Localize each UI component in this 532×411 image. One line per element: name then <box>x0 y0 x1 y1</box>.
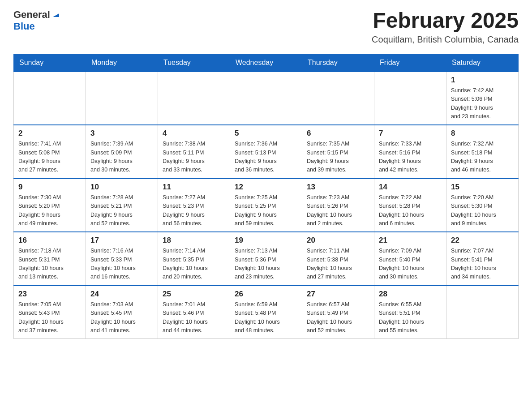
day-info: Sunrise: 7:07 AM Sunset: 5:41 PM Dayligh… <box>451 247 514 282</box>
calendar-cell: 18Sunrise: 7:14 AM Sunset: 5:35 PM Dayli… <box>158 232 230 286</box>
day-number: 4 <box>163 129 225 138</box>
day-info: Sunrise: 7:20 AM Sunset: 5:30 PM Dayligh… <box>451 193 514 228</box>
svg-marker-0 <box>53 13 59 17</box>
day-number: 15 <box>451 183 514 192</box>
day-info: Sunrise: 7:14 AM Sunset: 5:35 PM Dayligh… <box>163 247 225 282</box>
calendar-cell: 17Sunrise: 7:16 AM Sunset: 5:33 PM Dayli… <box>86 232 158 286</box>
day-number: 3 <box>90 129 153 138</box>
calendar-week-2: 2Sunrise: 7:41 AM Sunset: 5:08 PM Daylig… <box>14 125 519 179</box>
day-number: 26 <box>235 290 297 299</box>
day-number: 20 <box>307 236 369 245</box>
calendar-cell <box>86 72 158 125</box>
day-number: 18 <box>163 236 225 245</box>
calendar-table: SundayMondayTuesdayWednesdayThursdayFrid… <box>13 54 519 339</box>
title-block: February 2025 Coquitlam, British Columbi… <box>372 9 519 45</box>
weekday-header-thursday: Thursday <box>302 54 374 72</box>
day-number: 22 <box>451 236 514 245</box>
day-number: 21 <box>379 236 442 245</box>
day-info: Sunrise: 7:03 AM Sunset: 5:45 PM Dayligh… <box>90 300 153 335</box>
day-info: Sunrise: 7:41 AM Sunset: 5:08 PM Dayligh… <box>18 140 81 175</box>
calendar-cell <box>230 72 302 125</box>
day-info: Sunrise: 7:13 AM Sunset: 5:36 PM Dayligh… <box>235 247 297 282</box>
day-number: 24 <box>90 290 153 299</box>
day-number: 8 <box>451 129 514 138</box>
weekday-header-wednesday: Wednesday <box>230 54 302 72</box>
calendar-cell: 27Sunrise: 6:57 AM Sunset: 5:49 PM Dayli… <box>302 286 374 339</box>
day-info: Sunrise: 6:57 AM Sunset: 5:49 PM Dayligh… <box>307 300 369 335</box>
day-info: Sunrise: 7:42 AM Sunset: 5:06 PM Dayligh… <box>451 86 514 121</box>
weekday-header-monday: Monday <box>86 54 158 72</box>
calendar-week-4: 16Sunrise: 7:18 AM Sunset: 5:31 PM Dayli… <box>14 232 519 286</box>
day-info: Sunrise: 7:39 AM Sunset: 5:09 PM Dayligh… <box>90 140 153 175</box>
calendar-cell: 21Sunrise: 7:09 AM Sunset: 5:40 PM Dayli… <box>374 232 446 286</box>
day-number: 5 <box>235 129 297 138</box>
day-number: 19 <box>235 236 297 245</box>
day-info: Sunrise: 7:36 AM Sunset: 5:13 PM Dayligh… <box>235 140 297 175</box>
day-info: Sunrise: 7:11 AM Sunset: 5:38 PM Dayligh… <box>307 247 369 282</box>
calendar-cell: 11Sunrise: 7:27 AM Sunset: 5:23 PM Dayli… <box>158 179 230 232</box>
calendar-cell: 12Sunrise: 7:25 AM Sunset: 5:25 PM Dayli… <box>230 179 302 232</box>
logo-triangle-icon <box>51 9 61 19</box>
logo: General Blue <box>13 9 61 32</box>
calendar-cell <box>158 72 230 125</box>
calendar-week-1: 1Sunrise: 7:42 AM Sunset: 5:06 PM Daylig… <box>14 72 519 125</box>
day-info: Sunrise: 7:30 AM Sunset: 5:20 PM Dayligh… <box>18 193 81 228</box>
calendar-cell: 7Sunrise: 7:33 AM Sunset: 5:16 PM Daylig… <box>374 125 446 179</box>
calendar-cell <box>302 72 374 125</box>
calendar-cell: 3Sunrise: 7:39 AM Sunset: 5:09 PM Daylig… <box>86 125 158 179</box>
month-title: February 2025 <box>372 9 519 33</box>
day-info: Sunrise: 7:32 AM Sunset: 5:18 PM Dayligh… <box>451 140 514 175</box>
day-info: Sunrise: 7:35 AM Sunset: 5:15 PM Dayligh… <box>307 140 369 175</box>
calendar-cell <box>446 286 519 339</box>
calendar-week-5: 23Sunrise: 7:05 AM Sunset: 5:43 PM Dayli… <box>14 286 519 339</box>
day-info: Sunrise: 7:33 AM Sunset: 5:16 PM Dayligh… <box>379 140 442 175</box>
day-info: Sunrise: 7:23 AM Sunset: 5:26 PM Dayligh… <box>307 193 369 228</box>
weekday-header-saturday: Saturday <box>446 54 519 72</box>
day-number: 2 <box>18 129 81 138</box>
day-info: Sunrise: 7:22 AM Sunset: 5:28 PM Dayligh… <box>379 193 442 228</box>
weekday-header-row: SundayMondayTuesdayWednesdayThursdayFrid… <box>14 54 519 72</box>
calendar-cell: 13Sunrise: 7:23 AM Sunset: 5:26 PM Dayli… <box>302 179 374 232</box>
calendar-cell: 20Sunrise: 7:11 AM Sunset: 5:38 PM Dayli… <box>302 232 374 286</box>
day-number: 27 <box>307 290 369 299</box>
calendar-cell: 5Sunrise: 7:36 AM Sunset: 5:13 PM Daylig… <box>230 125 302 179</box>
day-number: 12 <box>235 183 297 192</box>
page-header: General Blue February 2025 Coquitlam, Br… <box>13 9 519 45</box>
calendar-week-3: 9Sunrise: 7:30 AM Sunset: 5:20 PM Daylig… <box>14 179 519 232</box>
day-number: 23 <box>18 290 81 299</box>
day-info: Sunrise: 7:18 AM Sunset: 5:31 PM Dayligh… <box>18 247 81 282</box>
day-number: 6 <box>307 129 369 138</box>
calendar-cell: 19Sunrise: 7:13 AM Sunset: 5:36 PM Dayli… <box>230 232 302 286</box>
day-info: Sunrise: 7:16 AM Sunset: 5:33 PM Dayligh… <box>90 247 153 282</box>
day-info: Sunrise: 6:59 AM Sunset: 5:48 PM Dayligh… <box>235 300 297 335</box>
day-number: 1 <box>451 76 514 85</box>
calendar-cell: 6Sunrise: 7:35 AM Sunset: 5:15 PM Daylig… <box>302 125 374 179</box>
day-info: Sunrise: 7:28 AM Sunset: 5:21 PM Dayligh… <box>90 193 153 228</box>
calendar-cell: 14Sunrise: 7:22 AM Sunset: 5:28 PM Dayli… <box>374 179 446 232</box>
day-number: 9 <box>18 183 81 192</box>
calendar-cell <box>374 72 446 125</box>
calendar-cell: 28Sunrise: 6:55 AM Sunset: 5:51 PM Dayli… <box>374 286 446 339</box>
calendar-cell: 25Sunrise: 7:01 AM Sunset: 5:46 PM Dayli… <box>158 286 230 339</box>
day-number: 7 <box>379 129 442 138</box>
weekday-header-friday: Friday <box>374 54 446 72</box>
day-number: 28 <box>379 290 442 299</box>
day-info: Sunrise: 7:25 AM Sunset: 5:25 PM Dayligh… <box>235 193 297 228</box>
calendar-cell: 2Sunrise: 7:41 AM Sunset: 5:08 PM Daylig… <box>14 125 86 179</box>
calendar-cell <box>14 72 86 125</box>
day-number: 10 <box>90 183 153 192</box>
day-info: Sunrise: 7:09 AM Sunset: 5:40 PM Dayligh… <box>379 247 442 282</box>
day-number: 14 <box>379 183 442 192</box>
day-info: Sunrise: 7:27 AM Sunset: 5:23 PM Dayligh… <box>163 193 225 228</box>
day-number: 13 <box>307 183 369 192</box>
calendar-cell: 9Sunrise: 7:30 AM Sunset: 5:20 PM Daylig… <box>14 179 86 232</box>
weekday-header-tuesday: Tuesday <box>158 54 230 72</box>
day-number: 11 <box>163 183 225 192</box>
day-number: 17 <box>90 236 153 245</box>
day-number: 25 <box>163 290 225 299</box>
calendar-cell: 24Sunrise: 7:03 AM Sunset: 5:45 PM Dayli… <box>86 286 158 339</box>
calendar-cell: 16Sunrise: 7:18 AM Sunset: 5:31 PM Dayli… <box>14 232 86 286</box>
weekday-header-sunday: Sunday <box>14 54 86 72</box>
calendar-cell: 8Sunrise: 7:32 AM Sunset: 5:18 PM Daylig… <box>446 125 519 179</box>
day-number: 16 <box>18 236 81 245</box>
